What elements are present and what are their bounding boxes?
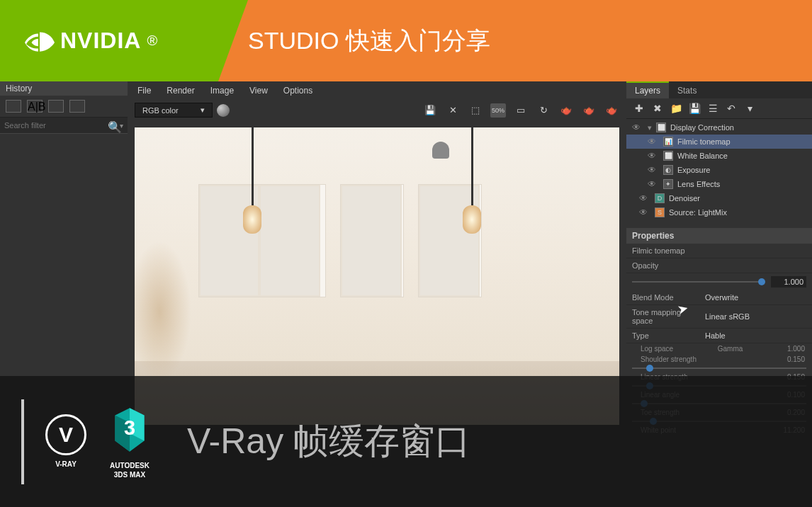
viewport-toolbar: RGB color ▾ 💾 ✕ ⬚ 50% ▭ ↻ 🫖 🫖 🫖	[128, 100, 626, 120]
history-view-b-icon[interactable]	[48, 100, 64, 113]
vray-logo-col: V V-RAY	[45, 414, 86, 469]
layer-label: Display Correction	[670, 123, 734, 132]
nvidia-eye-icon	[25, 26, 55, 56]
chevron-down-icon[interactable]: ▾	[743, 102, 757, 115]
type-label: Type	[632, 331, 699, 340]
menu-options[interactable]: Options	[283, 86, 312, 96]
eye-icon[interactable]: 👁	[648, 179, 659, 189]
save-icon[interactable]: 💾	[422, 103, 438, 118]
divider	[21, 399, 24, 484]
overlay-title: V-Ray 帧缓存窗口	[187, 418, 470, 465]
layer-exposure[interactable]: 👁 ◐ Exposure	[626, 163, 812, 177]
search-row: 🔍 ▾	[0, 118, 128, 134]
eye-icon[interactable]: 👁	[648, 165, 659, 175]
region-icon[interactable]: ⬚	[468, 103, 483, 118]
menu-file[interactable]: File	[137, 86, 151, 96]
save-layers-icon[interactable]: 💾	[687, 102, 701, 115]
color-channel-select[interactable]: RGB color ▾	[135, 103, 213, 118]
list-icon[interactable]: ☰	[706, 102, 720, 115]
gamma-value[interactable]: 1.000	[787, 345, 805, 353]
search-input[interactable]	[4, 121, 108, 130]
properties-header: Properties	[626, 228, 812, 244]
sub-log-gamma: Log space Gamma 1.000	[626, 343, 812, 354]
prop-type[interactable]: Type Hable	[626, 329, 812, 343]
tab-layers[interactable]: Layers	[626, 81, 669, 98]
teapot-ipr-icon[interactable]: 🫖	[581, 103, 597, 118]
layer-toolbar: ✚ ✖ 📁 💾 ☰ ↶ ▾	[626, 98, 812, 119]
autodesk-label: AUTODESK3DS MAX	[110, 461, 150, 479]
add-layer-icon[interactable]: ✚	[632, 102, 646, 115]
tab-row: Layers Stats	[626, 81, 812, 98]
prop-blend-mode[interactable]: Blend Mode Overwrite	[626, 290, 812, 305]
layer-lens-effects[interactable]: 👁 ✦ Lens Effects	[626, 177, 812, 191]
3dsmax-logo-icon: 3	[108, 404, 152, 457]
search-icon[interactable]: 🔍	[108, 120, 118, 130]
delete-icon[interactable]: ✕	[445, 103, 461, 118]
layer-denoiser[interactable]: 👁 D Denoiser	[626, 191, 812, 205]
nvidia-text: NVIDIA	[60, 28, 141, 54]
menu-bar: File Render Image View Options	[128, 81, 626, 100]
teapot-stop-icon[interactable]: 🫖	[604, 103, 619, 118]
chevron-down-icon: ▾	[201, 106, 205, 115]
layer-source[interactable]: 👁 S Source: LightMix	[626, 205, 812, 220]
layer-list: 👁 ▾ ⬜ Display Correction 👁 📊 Filmic tone…	[626, 119, 812, 221]
teapot-render-icon[interactable]: 🫖	[558, 103, 574, 118]
eye-icon[interactable]: 👁	[639, 207, 650, 217]
log-space-label: Log space	[641, 345, 673, 353]
gamma-label: Gamma	[718, 345, 743, 353]
menu-render[interactable]: Render	[167, 86, 194, 96]
history-view-a-icon[interactable]	[6, 100, 21, 113]
opacity-value[interactable]: 1.000	[771, 276, 806, 287]
history-title: History	[0, 81, 128, 96]
remove-layer-icon[interactable]: ✖	[650, 102, 665, 115]
bottom-overlay: V V-RAY 3 AUTODESK3DS MAX V-Ray 帧缓存窗口	[0, 376, 812, 507]
svg-text:3: 3	[124, 416, 135, 439]
eye-icon[interactable]: 👁	[639, 193, 650, 203]
layer-label: Filmic tonemap	[677, 137, 731, 146]
eye-icon[interactable]: 👁	[648, 151, 659, 161]
banner-title-section: STUDIO 快速入门分享	[213, 0, 812, 81]
layer-label: Denoiser	[669, 194, 700, 203]
layer-label: Source: LightMix	[669, 208, 727, 217]
layer-filmic[interactable]: 👁 📊 Filmic tonemap	[626, 135, 812, 149]
nvidia-logo: NVIDIA®	[25, 26, 157, 56]
banner-title: STUDIO 快速入门分享	[248, 25, 490, 57]
vray-label: V-RAY	[55, 460, 77, 469]
prop-opacity-label: Opacity	[626, 258, 812, 273]
top-banner: NVIDIA® STUDIO 快速入门分享	[0, 0, 812, 81]
eye-icon[interactable]: 👁	[648, 137, 659, 147]
blend-label: Blend Mode	[632, 293, 699, 302]
tab-stats[interactable]: Stats	[669, 81, 705, 98]
history-view-c-icon[interactable]	[69, 100, 85, 113]
layer-display-correction[interactable]: 👁 ▾ ⬜ Display Correction	[626, 120, 812, 135]
history-toolbar: A|B	[0, 96, 128, 118]
refresh-icon[interactable]: ↻	[536, 103, 551, 118]
prop-name: Filmic tonemap	[626, 244, 812, 258]
prop-tone-space[interactable]: Tone mapping space Linear sRGB	[626, 305, 812, 329]
menu-view[interactable]: View	[249, 86, 268, 96]
history-view-ab-icon[interactable]: A|B	[27, 100, 43, 113]
folder-icon[interactable]: 📁	[669, 102, 683, 115]
undo-icon[interactable]: ↶	[724, 102, 738, 115]
tone-label: Tone mapping space	[632, 308, 699, 325]
shoulder-slider[interactable]	[626, 365, 812, 372]
opacity-slider[interactable]: 1.000	[626, 273, 812, 290]
eye-icon[interactable]: 👁	[632, 123, 643, 132]
max-logo-col: 3 AUTODESK3DS MAX	[108, 404, 152, 479]
layer-label: Exposure	[677, 166, 710, 174]
zoom-level[interactable]: 50%	[490, 103, 506, 118]
opacity-label: Opacity	[632, 261, 658, 270]
layer-label: White Balance	[677, 152, 728, 160]
pan-icon[interactable]: ▭	[513, 103, 529, 118]
dropdown-icon[interactable]: ▾	[120, 122, 123, 130]
material-preview-icon[interactable]	[217, 104, 230, 117]
shoulder-value[interactable]: 0.150	[787, 355, 805, 363]
blend-value: Overwrite	[705, 293, 738, 302]
menu-image[interactable]: Image	[210, 86, 234, 96]
nvidia-section: NVIDIA®	[0, 0, 248, 81]
layer-label: Lens Effects	[677, 180, 720, 188]
tone-value: Linear sRGB	[705, 312, 750, 321]
type-value: Hable	[705, 331, 726, 340]
layer-white-balance[interactable]: 👁 ⬜ White Balance	[626, 149, 812, 163]
shoulder-label: Shoulder strength	[641, 355, 697, 363]
